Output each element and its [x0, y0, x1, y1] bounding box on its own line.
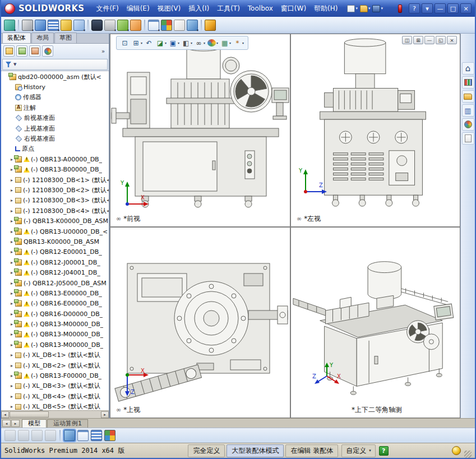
insert-components-icon[interactable]: ▾ [22, 20, 33, 31]
tree-item[interactable]: ▸ ! (-) XL_DB<4> (默认<默认 [1, 391, 109, 401]
view-orientation-icon[interactable]: ▣▾ [168, 39, 180, 47]
tree-item[interactable]: ▸ ! (-) QBR13-M00000_DB_ [1, 340, 109, 350]
menu-item[interactable]: 帮助(H) [310, 2, 341, 16]
menu-item[interactable]: 窗口(W) [277, 2, 310, 16]
tree-item[interactable]: ! 右视基准面 [1, 133, 109, 143]
document-tab[interactable]: 模型 [22, 419, 47, 428]
separator[interactable] [201, 20, 202, 31]
custom-properties-icon[interactable] [462, 132, 474, 145]
separator[interactable] [18, 20, 19, 31]
panel-tab[interactable]: 草图 [54, 33, 77, 43]
smart-fasteners-icon[interactable] [61, 20, 72, 31]
tree-item[interactable]: ▸ ! (-) QBR13-B00000_DB_ [1, 165, 109, 175]
separator[interactable] [144, 20, 145, 31]
exploded-view-icon[interactable] [161, 20, 172, 31]
displaymanager-tab-icon[interactable] [42, 45, 53, 57]
tree-item[interactable]: ▸ ! (-) 12108300_DB<4> (默认< [1, 206, 109, 216]
open-document-button[interactable]: ▾ [360, 5, 371, 12]
expand-arrow-icon[interactable]: ▸ [9, 404, 15, 409]
tree-item[interactable]: ▸ ! (-) QBR12-J04001_DB_ [1, 267, 109, 277]
tree-item[interactable]: ▸ ! (-) QBR12-J05000_DB_ASM [1, 278, 109, 288]
tree-item[interactable]: ▸ ! (-) QBR13-A00000_DB_ [1, 154, 109, 164]
filter-vertices-icon[interactable] [18, 430, 29, 441]
tree-item[interactable]: ! 前视基准面 [1, 113, 109, 123]
tab-scroll-right-button[interactable]: ▸ [11, 420, 20, 427]
scrollbar-thumb[interactable] [10, 411, 49, 418]
menu-item[interactable]: 工具(T) [213, 2, 244, 16]
viewport-left[interactable]: Y Z ∞ *左视 [291, 34, 460, 226]
menu-item[interactable]: 插入(I) [184, 2, 213, 16]
selection-breadcrumbs-icon[interactable] [91, 430, 102, 441]
file-explorer-icon[interactable] [462, 90, 474, 103]
expand-arrow-icon[interactable]: ▸ [9, 198, 15, 203]
tree-item[interactable]: ▸ ! (-) QBR13-E00000_DB_ [1, 288, 109, 298]
viewport-front[interactable]: Y X ∞ *前视 [110, 34, 290, 226]
doc-restore-button[interactable]: ◱ [436, 36, 446, 44]
scroll-right-button[interactable]: ▸ [101, 411, 109, 418]
tree-item[interactable]: ! 上视基准面 [1, 123, 109, 133]
minimize-button[interactable]: — [435, 3, 446, 13]
tree-item[interactable]: ▸ ! (-) 12108300_DB<2> (默认< [1, 185, 109, 195]
menu-item[interactable]: Toolbox [244, 2, 277, 15]
panel-tab[interactable]: 装配体 [2, 33, 31, 43]
new-motion-study-icon[interactable] [130, 20, 141, 31]
tree-item[interactable]: ▸ ! (-) QBR13-M00000_DB_ [1, 319, 109, 329]
filter-bar[interactable]: ▼ [2, 59, 108, 70]
viewport-isometric[interactable]: Y X Z *上下二等角轴测 [291, 228, 460, 418]
zoom-area-icon[interactable]: ⊞▾ [131, 39, 143, 47]
menu-item[interactable]: 编辑(E) [123, 2, 154, 16]
move-component-icon[interactable]: ▾ [73, 20, 85, 31]
tree-item[interactable]: ▸ ! (-) QBR16-E00000_DB_ [1, 299, 109, 309]
document-tab[interactable]: 运动算例1 [47, 419, 88, 428]
new-document-button[interactable]: ▾ [347, 5, 358, 12]
design-library-icon[interactable] [462, 76, 474, 89]
assembly-visualization-icon[interactable] [77, 430, 89, 441]
tree-item[interactable]: ▸ ! QBR13-K00000_DB_ASM [1, 237, 109, 247]
reference-geometry-icon[interactable]: ▾ [117, 20, 128, 31]
tree-item[interactable]: ▸ ! (-) XL_DB<3> (默认<默认 [1, 381, 109, 391]
filter-edges-icon[interactable] [31, 430, 43, 441]
tree-item[interactable]: ▸ ! (-) QBR13-K00000_DB_ASM [1, 216, 109, 226]
separator[interactable] [59, 430, 61, 441]
view-settings-icon[interactable]: *▾ [233, 39, 244, 47]
panel-tab[interactable]: 布局 [31, 33, 54, 43]
view-palette-icon[interactable]: ▥ [462, 104, 474, 117]
display-style-icon[interactable]: ◧▾ [181, 39, 193, 47]
close-button[interactable]: × [460, 3, 472, 13]
instant3d-icon[interactable] [205, 20, 216, 31]
scroll-left-button[interactable]: ◂ [1, 411, 9, 418]
expand-arrow-icon[interactable]: ▸ [9, 353, 15, 358]
section-view-icon[interactable]: ◪▾ [155, 39, 167, 47]
separator[interactable] [87, 20, 89, 31]
appearances-icon[interactable] [462, 118, 474, 131]
assembly-features-icon[interactable]: ▾ [104, 20, 115, 31]
maximize-button[interactable]: □ [447, 3, 459, 13]
viewport-grid-button[interactable]: ⊞ [413, 36, 423, 44]
menu-item[interactable]: 文件(F) [92, 2, 122, 16]
interference-detection-icon[interactable]: ▾ [187, 20, 198, 31]
resize-grip[interactable] [464, 451, 472, 458]
tree-item[interactable]: ! 原点 [1, 144, 109, 154]
expand-arrow-icon[interactable]: ▸ [9, 394, 15, 399]
expand-arrow-icon[interactable]: ▸ [9, 383, 15, 388]
tree-item[interactable]: ▸ ! (-) QBR13-U00000_DB_< [1, 226, 109, 237]
home-icon[interactable]: ⌂ [462, 62, 474, 75]
tree-item[interactable]: ▸ ! (-) QBR13-F00000_DB_ [1, 370, 109, 381]
viewport-top[interactable]: X Z ∞ *上视 [110, 228, 290, 418]
tree-item[interactable]: ▸ ! (-) 12108300_DB<3> (默认< [1, 196, 109, 206]
explode-line-sketch-icon[interactable] [174, 20, 185, 31]
edit-component-icon[interactable]: ▾ [4, 20, 15, 31]
edit-appearance-icon[interactable]: ▾ [207, 39, 219, 47]
expand-arrow-icon[interactable]: ▸ [9, 208, 15, 214]
viewport-layout-button[interactable]: ◫ [402, 36, 412, 44]
doc-close-button[interactable]: × [447, 36, 457, 44]
configurationmanager-tab-icon[interactable] [29, 45, 40, 57]
show-hidden-components-icon[interactable] [91, 20, 103, 31]
selection-filter-icon[interactable] [4, 430, 16, 441]
tree-item[interactable]: ! qbd20-000000_asm (默认< [1, 72, 109, 82]
previous-view-icon[interactable]: ↶ [144, 39, 154, 47]
zoom-fit-icon[interactable]: ⊡ [120, 39, 130, 47]
mate-icon[interactable] [35, 20, 46, 31]
tree-item[interactable]: ▸ ! (-) 12108300_DB<1> (默认< [1, 175, 109, 185]
tree-item[interactable]: ! 传感器 [1, 92, 109, 103]
